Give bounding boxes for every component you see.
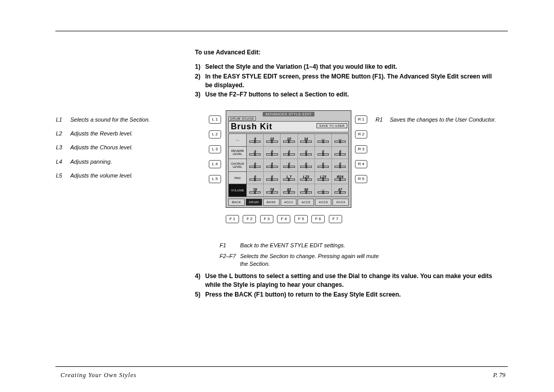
key-f4: F 4 [277, 215, 290, 223]
key-r2: R 2 [355, 130, 367, 139]
mixer-cell: 0 [247, 172, 263, 185]
mixer-cell: — [332, 134, 348, 147]
footer-section: Creating Your Own Styles [61, 371, 136, 379]
legend-text: Selects a sound for the Section. [70, 116, 178, 123]
key-f5: F 5 [294, 215, 308, 223]
mixer-cell: L 7 [281, 172, 297, 185]
mixer-cell: 0 [247, 159, 263, 172]
mixer-cell: 10 [281, 134, 297, 147]
lcd-subtitle: DRUM SOUND [228, 116, 256, 121]
mixer-col: 1000078 [264, 134, 281, 197]
left-keys: L 1 L 2 L 3 L 4 L 5 [209, 115, 221, 190]
slider-icon [283, 179, 295, 181]
slider-icon [283, 141, 295, 143]
slider-icon [266, 191, 278, 193]
key-f7: F 7 [329, 215, 342, 223]
slider-icon [249, 191, 261, 193]
key-l5: L 5 [209, 175, 221, 183]
tab-acc2: ACC2 [298, 199, 314, 206]
f-legend: F1Back to the EVENT STYLE EDIT settings.… [220, 242, 389, 271]
slider-icon [249, 166, 261, 168]
key-l1: L 1 [209, 115, 221, 124]
lcd-sound-row: Brush Kit SAVE TO USER [228, 121, 349, 132]
mixer-cell: L23 [315, 172, 331, 185]
key-f3: F 3 [260, 215, 273, 223]
lcd-save-button: SAVE TO USER [316, 123, 347, 128]
slider-icon [249, 141, 261, 143]
lcd-tabs: BACK DRUM BASS ACC1 ACC2 ACC3 ACC4 [228, 199, 349, 206]
legend-text: Adjusts the volume level. [70, 172, 178, 179]
key-l4: L 4 [209, 160, 221, 168]
tab-acc4: ACC4 [332, 199, 349, 206]
legend-key: R1 [375, 116, 390, 123]
mixer-cell: 0 [281, 147, 297, 160]
slider-icon [318, 141, 329, 143]
slider-icon [334, 141, 346, 143]
slider-icon [283, 153, 295, 155]
mixer-col: —00L23— [315, 134, 332, 197]
lcd-kit-name: Brush Kit [229, 122, 272, 131]
mixer-col: 1000L 782 [281, 134, 298, 197]
param-label: REVERB LEVEL [229, 147, 246, 160]
mixer-cell: 10 [264, 134, 280, 147]
param-label: PAN [229, 172, 246, 185]
slider-icon [334, 166, 346, 168]
slider-icon [266, 153, 278, 155]
mixer-cell: 9 [247, 134, 263, 147]
key-r3: R 3 [355, 145, 367, 153]
slider-icon [266, 141, 278, 143]
slider-icon [283, 191, 295, 193]
param-label: — [229, 134, 246, 147]
mixer-cell: 0 [264, 159, 280, 172]
key-f1: F 1 [226, 215, 239, 223]
left-legend: L1Selects a sound for the Section. L2Adj… [56, 116, 189, 186]
lcd-mixer-grid: — REVERB LEVEL CHORUS LEVEL PAN VOLUME 9… [228, 133, 349, 197]
slider-icon [249, 179, 261, 181]
slider-icon [300, 166, 312, 168]
lcd-title: ADVANCED STYLE EDIT [263, 112, 315, 116]
mixer-col: 900078 [247, 134, 264, 197]
mixer-cell: 0 [264, 147, 280, 160]
legend-key: L5 [56, 172, 70, 179]
mixer-cell: 82 [281, 184, 297, 197]
mixer-cell: 0 [281, 159, 297, 172]
slider-icon [334, 153, 346, 155]
key-f6: F 6 [311, 215, 325, 223]
tab-bass: BASS [263, 199, 280, 206]
key-l2: L 2 [209, 130, 221, 139]
mixer-cell: 78 [247, 184, 263, 197]
legend-text: Adjusts the Chorus level. [70, 144, 178, 151]
param-label-selected: VOLUME [229, 184, 246, 197]
mixer-cell: 0 [315, 147, 331, 160]
mixer-cell: L23 [298, 172, 314, 185]
steps-top: 1)Select the Style and the Variation (1–… [195, 63, 498, 100]
mixer-cell: 0 [332, 159, 348, 172]
mixer-cell: 0 [298, 159, 314, 172]
heading: To use Advanced Edit: [195, 49, 261, 56]
mixer-cell: 8 [332, 147, 348, 160]
slider-icon [300, 153, 312, 155]
step-num: 1) [195, 63, 205, 71]
slider-icon [300, 191, 312, 193]
rule-bottom [55, 366, 508, 367]
tab-acc1: ACC1 [281, 199, 297, 206]
mixer-cell: 0 [298, 147, 314, 160]
rule-top [55, 31, 508, 31]
mixer-col: —80R2447 [332, 134, 348, 197]
param-labels-col: — REVERB LEVEL CHORUS LEVEL PAN VOLUME [229, 134, 247, 197]
slider-icon [334, 191, 346, 193]
step-num: 3) [195, 90, 205, 99]
legend-key: F1 [220, 242, 240, 249]
slider-icon [334, 179, 346, 181]
steps-bottom: 4)Use the L buttons to select a setting … [195, 272, 498, 300]
legend-key: L1 [56, 116, 70, 123]
mixer-col: 1400L2339 [298, 134, 315, 197]
param-label: CHORUS LEVEL [229, 159, 246, 172]
slider-icon [318, 179, 329, 181]
key-f2: F 2 [243, 215, 256, 223]
mixer-cell: 0 [315, 159, 331, 172]
step-num: 2) [195, 72, 205, 81]
slider-icon [318, 166, 329, 168]
tab-acc3: ACC3 [315, 199, 331, 206]
mixer-cell: — [315, 134, 331, 147]
